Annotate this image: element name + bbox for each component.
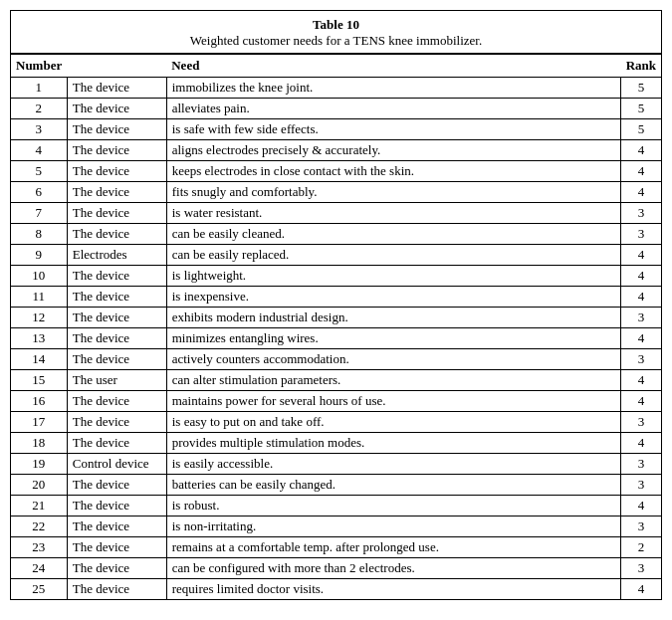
cell-need: is water resistant.	[166, 203, 620, 224]
cell-rank: 3	[621, 475, 661, 496]
table-row: 7The deviceis water resistant.3	[11, 203, 661, 224]
table-row: 18The deviceprovides multiple stimulatio…	[11, 433, 661, 454]
table-row: 6The devicefits snugly and comfortably.4	[11, 182, 661, 203]
cell-number: 11	[11, 287, 67, 308]
cell-number: 17	[11, 412, 67, 433]
cell-number: 20	[11, 475, 67, 496]
col-header-need: Need	[166, 55, 620, 78]
table-title-block: Table 10 Weighted customer needs for a T…	[11, 11, 661, 54]
cell-subject: The device	[67, 537, 166, 558]
cell-rank: 4	[621, 182, 661, 203]
table-row: 3The deviceis safe with few side effects…	[11, 119, 661, 140]
table-row: 12The deviceexhibits modern industrial d…	[11, 308, 661, 328]
cell-rank: 3	[621, 308, 661, 328]
cell-need: remains at a comfortable temp. after pro…	[166, 537, 620, 558]
cell-subject: The device	[67, 475, 166, 496]
cell-subject: The device	[67, 99, 166, 119]
cell-number: 1	[11, 78, 67, 99]
cell-rank: 4	[621, 287, 661, 308]
cell-subject: The user	[67, 370, 166, 391]
cell-rank: 3	[621, 454, 661, 475]
table-row: 25The devicerequires limited doctor visi…	[11, 579, 661, 600]
table-row: 24The devicecan be configured with more …	[11, 558, 661, 579]
cell-number: 21	[11, 496, 67, 517]
cell-number: 22	[11, 517, 67, 537]
cell-subject: The device	[67, 579, 166, 600]
cell-need: aligns electrodes precisely & accurately…	[166, 140, 620, 161]
cell-subject: Control device	[67, 454, 166, 475]
cell-subject: The device	[67, 287, 166, 308]
cell-number: 5	[11, 161, 67, 182]
table-container: Table 10 Weighted customer needs for a T…	[10, 10, 662, 600]
cell-number: 12	[11, 308, 67, 328]
cell-subject: The device	[67, 517, 166, 537]
cell-subject: The device	[67, 412, 166, 433]
table-row: 2The devicealleviates pain.5	[11, 99, 661, 119]
cell-need: requires limited doctor visits.	[166, 579, 620, 600]
cell-number: 4	[11, 140, 67, 161]
table-title-main: Table 10	[15, 17, 657, 33]
table-header-row: Number Need Rank	[11, 55, 661, 78]
cell-rank: 3	[621, 224, 661, 245]
cell-number: 9	[11, 245, 67, 266]
table-row: 11The deviceis inexpensive.4	[11, 287, 661, 308]
cell-rank: 4	[621, 370, 661, 391]
cell-number: 14	[11, 349, 67, 370]
cell-rank: 4	[621, 245, 661, 266]
table-row: 17The deviceis easy to put on and take o…	[11, 412, 661, 433]
cell-need: can be configured with more than 2 elect…	[166, 558, 620, 579]
cell-need: maintains power for several hours of use…	[166, 391, 620, 412]
cell-number: 25	[11, 579, 67, 600]
cell-number: 16	[11, 391, 67, 412]
cell-need: exhibits modern industrial design.	[166, 308, 620, 328]
cell-subject: The device	[67, 496, 166, 517]
table-row: 9Electrodescan be easily replaced.4	[11, 245, 661, 266]
cell-number: 2	[11, 99, 67, 119]
cell-need: fits snugly and comfortably.	[166, 182, 620, 203]
cell-subject: The device	[67, 182, 166, 203]
cell-need: is easy to put on and take off.	[166, 412, 620, 433]
cell-rank: 4	[621, 328, 661, 349]
table-body: 1The deviceimmobilizes the knee joint.52…	[11, 78, 661, 600]
cell-rank: 4	[621, 496, 661, 517]
cell-rank: 2	[621, 537, 661, 558]
table-row: 23The deviceremains at a comfortable tem…	[11, 537, 661, 558]
cell-number: 13	[11, 328, 67, 349]
cell-need: batteries can be easily changed.	[166, 475, 620, 496]
table-row: 15The usercan alter stimulation paramete…	[11, 370, 661, 391]
cell-number: 24	[11, 558, 67, 579]
cell-need: can alter stimulation parameters.	[166, 370, 620, 391]
col-header-rank: Rank	[621, 55, 661, 78]
table-row: 22The deviceis non-irritating.3	[11, 517, 661, 537]
table-row: 4The devicealigns electrodes precisely &…	[11, 140, 661, 161]
cell-rank: 3	[621, 558, 661, 579]
cell-subject: The device	[67, 558, 166, 579]
table-row: 5The devicekeeps electrodes in close con…	[11, 161, 661, 182]
cell-rank: 4	[621, 579, 661, 600]
cell-rank: 5	[621, 119, 661, 140]
cell-subject: The device	[67, 140, 166, 161]
table-title-sub: Weighted customer needs for a TENS knee …	[15, 33, 657, 49]
col-header-subject	[67, 55, 166, 78]
cell-need: actively counters accommodation.	[166, 349, 620, 370]
cell-need: is robust.	[166, 496, 620, 517]
cell-subject: Electrodes	[67, 245, 166, 266]
data-table: Number Need Rank 1The deviceimmobilizes …	[11, 54, 661, 599]
table-row: 14The deviceactively counters accommodat…	[11, 349, 661, 370]
cell-rank: 4	[621, 266, 661, 287]
cell-need: keeps electrodes in close contact with t…	[166, 161, 620, 182]
cell-subject: The device	[67, 203, 166, 224]
cell-rank: 4	[621, 140, 661, 161]
cell-subject: The device	[67, 349, 166, 370]
table-row: 1The deviceimmobilizes the knee joint.5	[11, 78, 661, 99]
cell-number: 3	[11, 119, 67, 140]
cell-subject: The device	[67, 119, 166, 140]
cell-rank: 3	[621, 349, 661, 370]
cell-need: is non-irritating.	[166, 517, 620, 537]
table-row: 16The devicemaintains power for several …	[11, 391, 661, 412]
cell-subject: The device	[67, 328, 166, 349]
cell-subject: The device	[67, 308, 166, 328]
cell-number: 15	[11, 370, 67, 391]
cell-need: is lightweight.	[166, 266, 620, 287]
cell-rank: 3	[621, 203, 661, 224]
